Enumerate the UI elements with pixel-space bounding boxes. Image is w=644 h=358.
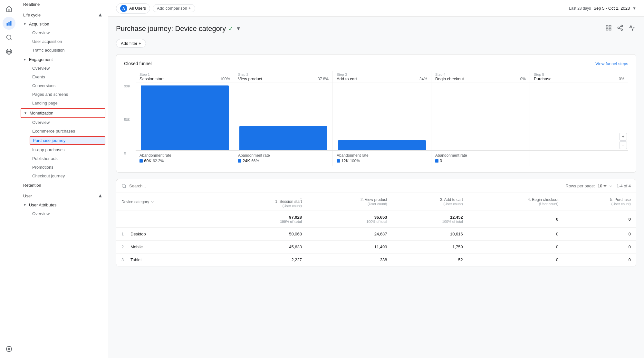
sidebar-item-inapp[interactable]: In-app purchases [18,145,108,154]
gear-icon-bottom[interactable] [3,343,15,355]
svg-rect-12 [606,28,608,30]
row3-begin-checkout: 0 [467,254,562,266]
svg-rect-1 [8,22,9,26]
segment-label: All Users [129,6,146,11]
y-label-0: 0 [124,151,134,155]
row1-add-to-cart: 10,616 [391,228,467,241]
search-icon[interactable] [3,31,15,44]
sidebar-item-overview-ua[interactable]: Overview [18,209,108,218]
row2-session-start: 45,633 [220,241,306,254]
aband-label-2: Abandonment rate [238,153,329,158]
col-header-session-start: ↓ 1. Session start (User count) [220,193,306,211]
add-comparison-button[interactable]: Add comparison + [153,4,195,12]
page-header: Purchase journey: Device category ✓ ▼ [116,23,636,34]
acquisition-toggle: ▼ [23,22,26,26]
row-num-2: 2 [121,244,128,249]
step1-name: Session start [139,76,164,81]
step1-num: Step 1 [139,73,230,76]
aband-label-1: Abandonment rate [139,153,230,158]
title-dropdown-arrow[interactable]: ▼ [236,26,241,32]
row-num-1: 1 [121,232,128,236]
table-toolbar: Rows per page: 10 25 50 1-4 of 4 [116,179,636,193]
sidebar-item-traffic-acquisition[interactable]: Traffic acquisition [18,46,108,55]
step5-pct: 0% [619,77,624,81]
analytics-icon[interactable] [3,17,15,30]
y-label-99k: 99K [124,84,134,88]
add-filter-button[interactable]: Add filter + [116,39,146,48]
last-days-label: Last 28 days [569,6,591,11]
svg-rect-10 [609,25,611,27]
svg-point-18 [122,184,126,188]
monetization-group[interactable]: ▼ Monetization [21,108,105,118]
sidebar-item-checkout-journey[interactable]: Checkout journey [18,172,108,180]
table-row: 1 Desktop 50,068 24,687 10,616 0 0 [116,228,636,241]
sidebar-item-realtime[interactable]: Realtime [18,0,108,9]
row2-add-to-cart: 1,759 [391,241,467,254]
device-name-2: Mobile [130,244,143,249]
zoom-out-button[interactable]: − [619,141,627,149]
device-col-dropdown[interactable] [150,200,154,204]
aband-val-4: 0 [440,158,442,163]
share-icon[interactable] [616,23,625,34]
col-header-begin-checkout: 4. Begin checkout (User count) [467,193,562,211]
search-box [121,184,194,189]
col-header-device[interactable]: Device category [116,193,220,211]
engagement-group[interactable]: ▼ Engagement [18,55,108,64]
edit-report-icon[interactable] [604,23,613,34]
content-area: Purchase journey: Device category ✓ ▼ Ad… [108,17,644,358]
sidebar-item-user-acquisition[interactable]: User acquisition [18,37,108,46]
total-view-product: 36,653 [310,215,387,220]
target-icon[interactable] [3,45,15,58]
date-dropdown-arrow[interactable]: ▼ [632,6,636,11]
user-section[interactable]: User ▲ [18,190,108,201]
sort-arrow-icon: ↓ [300,195,302,199]
bar-step1 [141,85,229,150]
lifecycle-section[interactable]: Life cycle ▲ [18,9,108,20]
table-pagination: Rows per page: 10 25 50 1-4 of 4 [566,183,631,189]
sidebar-item-pages-screens[interactable]: Pages and screens [18,90,108,99]
aband-dot-4 [435,159,438,163]
sidebar-item-overview-acq[interactable]: Overview [18,28,108,37]
step3-pct: 34% [419,77,427,81]
table-row: 2 Mobile 45,633 11,499 1,759 0 0 [116,241,636,254]
view-funnel-steps-link[interactable]: View funnel steps [595,61,628,66]
row1-begin-checkout: 0 [467,228,562,241]
step4-num: Step 4 [435,73,526,76]
aband-pct-2: 66% [251,159,259,163]
page-title: Purchase journey: Device category [116,25,226,33]
table-search-input[interactable] [129,184,194,188]
trend-icon[interactable] [627,23,636,34]
sidebar-item-conversions[interactable]: Conversions [18,81,108,90]
sidebar-item-events[interactable]: Events [18,73,108,81]
sidebar-item-overview-eng[interactable]: Overview [18,64,108,73]
device-name-1: Desktop [130,232,146,236]
col-header-view-product: 2. View product (User count) [306,193,391,211]
home-icon[interactable] [3,3,15,15]
row3-purchase: 0 [562,254,636,266]
svg-point-13 [621,25,623,27]
sidebar-item-purchase-journey[interactable]: Purchase journey [30,136,105,145]
sidebar-item-promotions[interactable]: Promotions [18,163,108,172]
aband-dot-3 [337,159,340,163]
filter-bar: Add filter + [116,39,636,48]
chart-card: Closed funnel View funnel steps 99K 50K … [116,54,636,173]
plus-icon: + [188,6,191,11]
sidebar-item-ecommerce[interactable]: Ecommerce purchases [18,127,108,135]
sidebar-item-retention[interactable]: Retention [18,181,108,190]
row-num-3: 3 [121,257,128,262]
zoom-in-button[interactable]: + [619,133,627,141]
sidebar-item-overview-mon[interactable]: Overview [18,118,108,127]
step3-num: Step 3 [337,73,427,76]
sidebar-item-publisher-ads[interactable]: Publisher ads [18,154,108,163]
col-header-purchase: 5. Purchase (User count) [562,193,636,211]
user-attributes-group[interactable]: ▼ User Attributes [18,201,108,209]
sidebar-item-landing-page[interactable]: Landing page [18,99,108,107]
total-session-start-pct: 100% of total [224,220,302,224]
step4-pct: 0% [520,77,526,81]
svg-rect-11 [609,28,611,30]
acquisition-group[interactable]: ▼ Acquisition [18,20,108,28]
segment-chip[interactable]: A All Users [116,3,150,14]
rows-per-page-select[interactable]: 10 25 50 [596,183,608,189]
col-header-add-to-cart: 3. Add to cart (User count) [391,193,467,211]
table-row: 3 Tablet 2,227 338 52 0 0 [116,254,636,266]
